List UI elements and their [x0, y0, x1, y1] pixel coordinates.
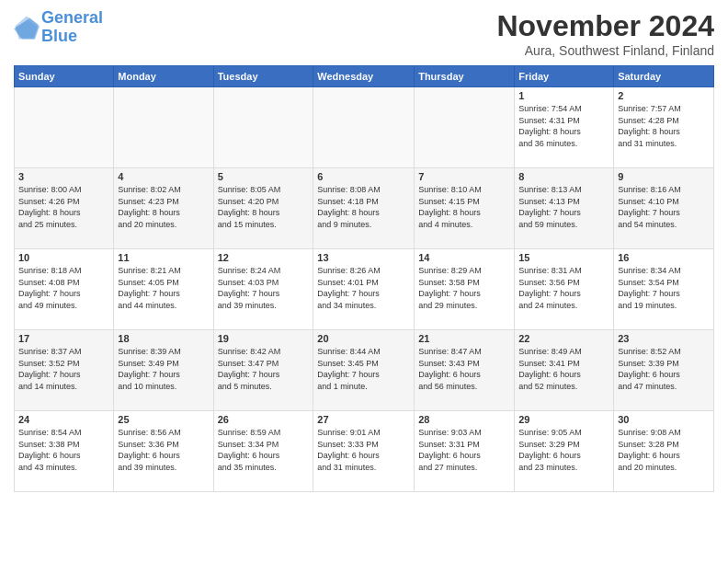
- calendar-cell: 30Sunrise: 9:08 AM Sunset: 3:28 PM Dayli…: [614, 411, 714, 492]
- month-title: November 2024: [496, 9, 714, 43]
- calendar-cell: 28Sunrise: 9:03 AM Sunset: 3:31 PM Dayli…: [415, 411, 515, 492]
- day-info: Sunrise: 8:59 AM Sunset: 3:34 PM Dayligh…: [218, 427, 310, 473]
- day-number: 30: [618, 414, 710, 425]
- col-thursday: Thursday: [415, 66, 515, 87]
- calendar-week-2: 3Sunrise: 8:00 AM Sunset: 4:26 PM Daylig…: [15, 168, 714, 249]
- day-info: Sunrise: 9:03 AM Sunset: 3:31 PM Dayligh…: [418, 427, 510, 473]
- day-number: 23: [618, 333, 710, 344]
- day-info: Sunrise: 8:34 AM Sunset: 3:54 PM Dayligh…: [618, 265, 710, 311]
- day-info: Sunrise: 8:02 AM Sunset: 4:23 PM Dayligh…: [118, 184, 209, 230]
- calendar-cell: [213, 87, 313, 168]
- day-info: Sunrise: 8:05 AM Sunset: 4:20 PM Dayligh…: [218, 184, 310, 230]
- day-info: Sunrise: 8:47 AM Sunset: 3:43 PM Dayligh…: [418, 346, 510, 392]
- day-number: 6: [317, 171, 410, 182]
- logo: General Blue: [14, 9, 103, 46]
- calendar-cell: 7Sunrise: 8:10 AM Sunset: 4:15 PM Daylig…: [415, 168, 515, 249]
- day-info: Sunrise: 8:10 AM Sunset: 4:15 PM Dayligh…: [418, 184, 510, 230]
- calendar-cell: 18Sunrise: 8:39 AM Sunset: 3:49 PM Dayli…: [114, 330, 213, 411]
- title-section: November 2024 Aura, Southwest Finland, F…: [496, 9, 714, 58]
- day-number: 8: [518, 171, 609, 182]
- day-info: Sunrise: 7:54 AM Sunset: 4:31 PM Dayligh…: [518, 103, 609, 149]
- day-info: Sunrise: 8:52 AM Sunset: 3:39 PM Dayligh…: [618, 346, 710, 392]
- calendar-cell: 14Sunrise: 8:29 AM Sunset: 3:58 PM Dayli…: [415, 249, 515, 330]
- calendar-cell: 5Sunrise: 8:05 AM Sunset: 4:20 PM Daylig…: [213, 168, 313, 249]
- day-info: Sunrise: 9:01 AM Sunset: 3:33 PM Dayligh…: [317, 427, 410, 473]
- page: General Blue November 2024 Aura, Southwe…: [0, 0, 728, 563]
- calendar-cell: 25Sunrise: 8:56 AM Sunset: 3:36 PM Dayli…: [114, 411, 213, 492]
- day-info: Sunrise: 8:13 AM Sunset: 4:13 PM Dayligh…: [518, 184, 609, 230]
- day-number: 16: [618, 252, 710, 263]
- calendar-cell: 8Sunrise: 8:13 AM Sunset: 4:13 PM Daylig…: [515, 168, 614, 249]
- calendar-cell: 20Sunrise: 8:44 AM Sunset: 3:45 PM Dayli…: [313, 330, 415, 411]
- day-info: Sunrise: 8:08 AM Sunset: 4:18 PM Dayligh…: [317, 184, 410, 230]
- logo-text: General Blue: [41, 9, 103, 46]
- calendar-cell: 6Sunrise: 8:08 AM Sunset: 4:18 PM Daylig…: [313, 168, 415, 249]
- day-number: 24: [18, 414, 109, 425]
- day-number: 19: [218, 333, 310, 344]
- day-number: 18: [118, 333, 209, 344]
- col-saturday: Saturday: [614, 66, 714, 87]
- calendar-cell: [415, 87, 515, 168]
- calendar-week-5: 24Sunrise: 8:54 AM Sunset: 3:38 PM Dayli…: [15, 411, 714, 492]
- day-number: 10: [18, 252, 109, 263]
- day-info: Sunrise: 8:49 AM Sunset: 3:41 PM Dayligh…: [518, 346, 609, 392]
- day-info: Sunrise: 8:42 AM Sunset: 3:47 PM Dayligh…: [218, 346, 310, 392]
- day-info: Sunrise: 8:44 AM Sunset: 3:45 PM Dayligh…: [317, 346, 410, 392]
- day-number: 1: [518, 90, 609, 101]
- day-number: 9: [618, 171, 710, 182]
- day-info: Sunrise: 8:39 AM Sunset: 3:49 PM Dayligh…: [118, 346, 209, 392]
- day-info: Sunrise: 9:08 AM Sunset: 3:28 PM Dayligh…: [618, 427, 710, 473]
- col-tuesday: Tuesday: [213, 66, 313, 87]
- calendar-cell: 17Sunrise: 8:37 AM Sunset: 3:52 PM Dayli…: [15, 330, 114, 411]
- calendar-cell: 21Sunrise: 8:47 AM Sunset: 3:43 PM Dayli…: [415, 330, 515, 411]
- calendar-cell: 27Sunrise: 9:01 AM Sunset: 3:33 PM Dayli…: [313, 411, 415, 492]
- calendar-cell: 11Sunrise: 8:21 AM Sunset: 4:05 PM Dayli…: [114, 249, 213, 330]
- day-number: 27: [317, 414, 410, 425]
- calendar-cell: [15, 87, 114, 168]
- day-number: 22: [518, 333, 609, 344]
- day-info: Sunrise: 8:29 AM Sunset: 3:58 PM Dayligh…: [418, 265, 510, 311]
- day-info: Sunrise: 8:37 AM Sunset: 3:52 PM Dayligh…: [18, 346, 109, 392]
- day-number: 5: [218, 171, 310, 182]
- calendar-cell: [114, 87, 213, 168]
- logo-icon: [14, 15, 40, 40]
- day-info: Sunrise: 8:26 AM Sunset: 4:01 PM Dayligh…: [317, 265, 410, 311]
- day-info: Sunrise: 8:00 AM Sunset: 4:26 PM Dayligh…: [18, 184, 109, 230]
- calendar-cell: 24Sunrise: 8:54 AM Sunset: 3:38 PM Dayli…: [15, 411, 114, 492]
- calendar-cell: 1Sunrise: 7:54 AM Sunset: 4:31 PM Daylig…: [515, 87, 614, 168]
- calendar-cell: 3Sunrise: 8:00 AM Sunset: 4:26 PM Daylig…: [15, 168, 114, 249]
- calendar: Sunday Monday Tuesday Wednesday Thursday…: [14, 65, 714, 492]
- day-number: 12: [218, 252, 310, 263]
- day-number: 25: [118, 414, 209, 425]
- calendar-cell: 29Sunrise: 9:05 AM Sunset: 3:29 PM Dayli…: [515, 411, 614, 492]
- calendar-week-4: 17Sunrise: 8:37 AM Sunset: 3:52 PM Dayli…: [15, 330, 714, 411]
- calendar-week-3: 10Sunrise: 8:18 AM Sunset: 4:08 PM Dayli…: [15, 249, 714, 330]
- day-number: 2: [618, 90, 710, 101]
- day-info: Sunrise: 7:57 AM Sunset: 4:28 PM Dayligh…: [618, 103, 710, 149]
- day-number: 29: [518, 414, 609, 425]
- header: General Blue November 2024 Aura, Southwe…: [14, 9, 714, 58]
- calendar-cell: 13Sunrise: 8:26 AM Sunset: 4:01 PM Dayli…: [313, 249, 415, 330]
- day-number: 20: [317, 333, 410, 344]
- day-number: 11: [118, 252, 209, 263]
- day-info: Sunrise: 8:18 AM Sunset: 4:08 PM Dayligh…: [18, 265, 109, 311]
- col-monday: Monday: [114, 66, 213, 87]
- calendar-cell: 15Sunrise: 8:31 AM Sunset: 3:56 PM Dayli…: [515, 249, 614, 330]
- calendar-cell: 2Sunrise: 7:57 AM Sunset: 4:28 PM Daylig…: [614, 87, 714, 168]
- calendar-cell: 22Sunrise: 8:49 AM Sunset: 3:41 PM Dayli…: [515, 330, 614, 411]
- calendar-cell: 16Sunrise: 8:34 AM Sunset: 3:54 PM Dayli…: [614, 249, 714, 330]
- day-info: Sunrise: 8:16 AM Sunset: 4:10 PM Dayligh…: [618, 184, 710, 230]
- day-number: 13: [317, 252, 410, 263]
- calendar-cell: 23Sunrise: 8:52 AM Sunset: 3:39 PM Dayli…: [614, 330, 714, 411]
- calendar-week-1: 1Sunrise: 7:54 AM Sunset: 4:31 PM Daylig…: [15, 87, 714, 168]
- day-number: 3: [18, 171, 109, 182]
- day-info: Sunrise: 8:24 AM Sunset: 4:03 PM Dayligh…: [218, 265, 310, 311]
- day-number: 14: [418, 252, 510, 263]
- col-wednesday: Wednesday: [313, 66, 415, 87]
- day-number: 15: [518, 252, 609, 263]
- location: Aura, Southwest Finland, Finland: [496, 43, 714, 58]
- day-info: Sunrise: 9:05 AM Sunset: 3:29 PM Dayligh…: [518, 427, 609, 473]
- calendar-cell: 9Sunrise: 8:16 AM Sunset: 4:10 PM Daylig…: [614, 168, 714, 249]
- day-number: 26: [218, 414, 310, 425]
- calendar-cell: 19Sunrise: 8:42 AM Sunset: 3:47 PM Dayli…: [213, 330, 313, 411]
